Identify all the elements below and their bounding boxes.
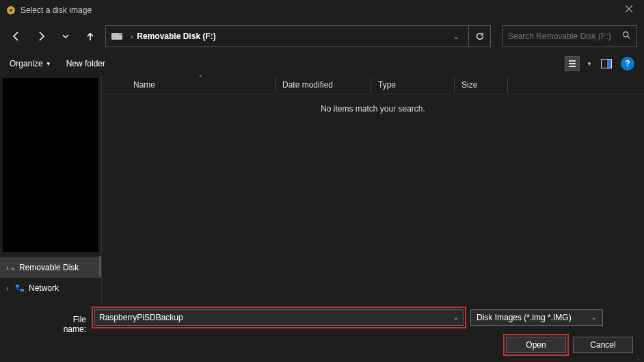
new-folder-label: New folder xyxy=(66,59,105,68)
filename-input[interactable] xyxy=(99,313,453,322)
chevron-down-icon: ▼ xyxy=(46,61,51,67)
network-icon xyxy=(15,283,25,293)
forward-button[interactable] xyxy=(31,27,51,46)
cancel-button[interactable]: Cancel xyxy=(573,337,633,353)
svg-rect-3 xyxy=(569,60,576,62)
sort-indicator-icon: ⌃ xyxy=(198,75,203,81)
close-icon[interactable] xyxy=(622,4,636,15)
svg-rect-5 xyxy=(569,66,576,67)
tree-item-removable-disk[interactable]: › Removable Disk xyxy=(0,257,101,278)
filename-field[interactable]: ⌄ xyxy=(94,309,464,326)
chevron-right-icon: › xyxy=(131,33,133,40)
preview-pane-button[interactable] xyxy=(599,56,614,71)
svg-point-1 xyxy=(10,9,12,12)
column-type[interactable]: Type xyxy=(371,77,455,92)
drive-icon xyxy=(111,31,122,42)
file-list: ⌃ Name Date modified Type Size No items … xyxy=(102,75,644,304)
filename-label: File name: xyxy=(48,315,90,334)
expand-icon[interactable]: › xyxy=(4,285,11,292)
tree-label: Network xyxy=(29,283,59,293)
filetype-dropdown-icon: ⌄ xyxy=(591,314,597,321)
title-bar: Select a disk image xyxy=(0,0,644,21)
open-button[interactable]: Open xyxy=(506,337,566,353)
svg-point-2 xyxy=(623,32,628,37)
filename-dropdown-icon[interactable]: ⌄ xyxy=(453,314,459,321)
folder-preview-pane xyxy=(3,78,98,252)
search-input[interactable] xyxy=(508,31,619,41)
new-folder-button[interactable]: New folder xyxy=(66,59,105,68)
filetype-label: Disk Images (*.img *.IMG) xyxy=(477,313,572,322)
resize-grip-icon[interactable]: ⋰ xyxy=(637,353,643,361)
address-dropdown-icon[interactable]: ⌄ xyxy=(453,33,463,40)
tree-label: Removable Disk xyxy=(19,263,79,272)
expand-icon[interactable]: › xyxy=(4,264,11,272)
view-dropdown-icon[interactable]: ▼ xyxy=(587,61,592,67)
app-icon xyxy=(5,5,16,16)
nav-row: › Removable Disk (F:) ⌄ xyxy=(0,21,644,52)
column-size[interactable]: Size xyxy=(455,77,508,92)
back-button[interactable] xyxy=(7,27,26,46)
organize-label: Organize xyxy=(10,59,43,68)
view-button[interactable] xyxy=(565,56,580,71)
up-button[interactable] xyxy=(81,27,100,46)
sidebar: › Removable Disk › Network xyxy=(0,75,102,304)
column-date-modified[interactable]: Date modified xyxy=(276,77,371,92)
search-box[interactable] xyxy=(502,25,637,47)
recent-locations-button[interactable] xyxy=(56,27,75,46)
svg-rect-9 xyxy=(21,289,24,292)
help-button[interactable]: ? xyxy=(621,57,634,70)
window-title: Select a disk image xyxy=(21,5,92,15)
column-name[interactable]: ⌃ Name xyxy=(126,77,276,92)
toolbar: Organize ▼ New folder ▼ ? xyxy=(0,52,644,75)
svg-rect-7 xyxy=(607,60,611,68)
svg-rect-8 xyxy=(16,285,19,287)
svg-rect-4 xyxy=(569,63,576,64)
organize-button[interactable]: Organize ▼ xyxy=(10,59,51,68)
breadcrumb-location[interactable]: Removable Disk (F:) xyxy=(137,31,215,41)
bottom-bar: File name: ⌄ Disk Images (*.img *.IMG) ⌄… xyxy=(0,304,644,362)
empty-message: No items match your search. xyxy=(102,94,644,114)
tree-item-network[interactable]: › Network xyxy=(0,278,101,298)
folder-tree: › Removable Disk › Network xyxy=(0,256,101,304)
main-area: › Removable Disk › Network ⌃ Name Date m… xyxy=(0,75,644,304)
search-icon[interactable] xyxy=(622,31,631,42)
filetype-dropdown[interactable]: Disk Images (*.img *.IMG) ⌄ xyxy=(470,309,603,326)
address-bar[interactable]: › Removable Disk (F:) ⌄ xyxy=(105,25,469,47)
refresh-button[interactable] xyxy=(469,25,491,47)
column-headers: ⌃ Name Date modified Type Size xyxy=(102,75,644,94)
